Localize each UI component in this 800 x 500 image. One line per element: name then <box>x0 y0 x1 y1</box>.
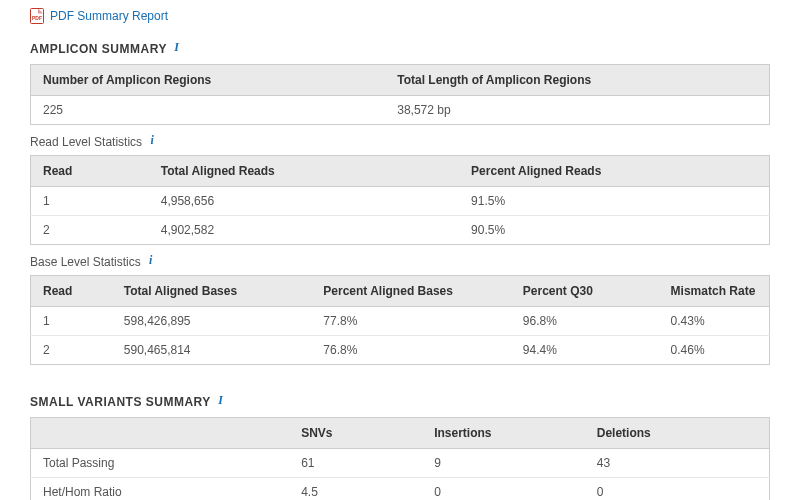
cell-total-length: 38,572 bp <box>385 96 769 125</box>
col-snvs: SNVs <box>289 418 422 449</box>
col-total-aligned-reads: Total Aligned Reads <box>149 156 459 187</box>
read-level-title: Read Level Statistics <box>30 135 142 149</box>
cell-read: 2 <box>31 216 149 245</box>
pdf-summary-link[interactable]: PDF PDF Summary Report <box>30 8 770 24</box>
table-row: Total Passing 61 9 43 <box>31 449 770 478</box>
cell-percent-aligned-bases: 76.8% <box>311 336 511 365</box>
cell-q30: 94.4% <box>511 336 659 365</box>
col-read: Read <box>31 156 149 187</box>
cell-insertions: 9 <box>422 449 585 478</box>
cell-percent-aligned-reads: 90.5% <box>459 216 769 245</box>
cell-percent-aligned-reads: 91.5% <box>459 187 769 216</box>
info-icon[interactable]: i <box>146 134 158 146</box>
col-percent-q30: Percent Q30 <box>511 276 659 307</box>
table-row: 2 4,902,582 90.5% <box>31 216 770 245</box>
cell-deletions: 43 <box>585 449 770 478</box>
base-level-title: Base Level Statistics <box>30 255 141 269</box>
base-level-table: Read Total Aligned Bases Percent Aligned… <box>30 275 770 365</box>
amplicon-summary-title: AMPLICON SUMMARY <box>30 42 167 56</box>
cell-read: 1 <box>31 187 149 216</box>
col-percent-aligned-bases: Percent Aligned Bases <box>311 276 511 307</box>
table-row: 2 590,465,814 76.8% 94.4% 0.46% <box>31 336 770 365</box>
pdf-icon: PDF <box>30 8 44 24</box>
cell-percent-aligned-bases: 77.8% <box>311 307 511 336</box>
cell-metric: Total Passing <box>31 449 290 478</box>
info-icon[interactable]: i <box>145 254 157 266</box>
cell-snvs: 61 <box>289 449 422 478</box>
small-variants-table: SNVs Insertions Deletions Total Passing … <box>30 417 770 500</box>
cell-mismatch: 0.46% <box>659 336 770 365</box>
info-icon[interactable]: i <box>171 41 183 53</box>
cell-insertions: 0 <box>422 478 585 501</box>
col-total-length-amplicon: Total Length of Amplicon Regions <box>385 65 769 96</box>
col-insertions: Insertions <box>422 418 585 449</box>
col-read: Read <box>31 276 112 307</box>
cell-snvs: 4.5 <box>289 478 422 501</box>
table-row: 1 4,958,656 91.5% <box>31 187 770 216</box>
small-variants-heading: SMALL VARIANTS SUMMARY i <box>30 395 770 409</box>
table-row: 225 38,572 bp <box>31 96 770 125</box>
table-row: 1 598,426,895 77.8% 96.8% 0.43% <box>31 307 770 336</box>
info-icon[interactable]: i <box>215 394 227 406</box>
cell-read: 2 <box>31 336 112 365</box>
amplicon-summary-heading: AMPLICON SUMMARY i <box>30 42 770 56</box>
base-level-heading: Base Level Statistics i <box>30 255 770 269</box>
cell-num-regions: 225 <box>31 96 386 125</box>
cell-q30: 96.8% <box>511 307 659 336</box>
table-row: Het/Hom Ratio 4.5 0 0 <box>31 478 770 501</box>
col-num-amplicon-regions: Number of Amplicon Regions <box>31 65 386 96</box>
read-level-heading: Read Level Statistics i <box>30 135 770 149</box>
svg-text:PDF: PDF <box>32 15 42 21</box>
read-level-table: Read Total Aligned Reads Percent Aligned… <box>30 155 770 245</box>
amplicon-summary-table: Number of Amplicon Regions Total Length … <box>30 64 770 125</box>
col-total-aligned-bases: Total Aligned Bases <box>112 276 312 307</box>
cell-total-aligned-bases: 590,465,814 <box>112 336 312 365</box>
cell-total-aligned-reads: 4,958,656 <box>149 187 459 216</box>
cell-metric: Het/Hom Ratio <box>31 478 290 501</box>
col-deletions: Deletions <box>585 418 770 449</box>
col-mismatch-rate: Mismatch Rate <box>659 276 770 307</box>
cell-total-aligned-bases: 598,426,895 <box>112 307 312 336</box>
small-variants-title: SMALL VARIANTS SUMMARY <box>30 395 211 409</box>
cell-read: 1 <box>31 307 112 336</box>
pdf-summary-label: PDF Summary Report <box>50 9 168 23</box>
cell-mismatch: 0.43% <box>659 307 770 336</box>
cell-deletions: 0 <box>585 478 770 501</box>
col-percent-aligned-reads: Percent Aligned Reads <box>459 156 769 187</box>
col-metric <box>31 418 290 449</box>
cell-total-aligned-reads: 4,902,582 <box>149 216 459 245</box>
